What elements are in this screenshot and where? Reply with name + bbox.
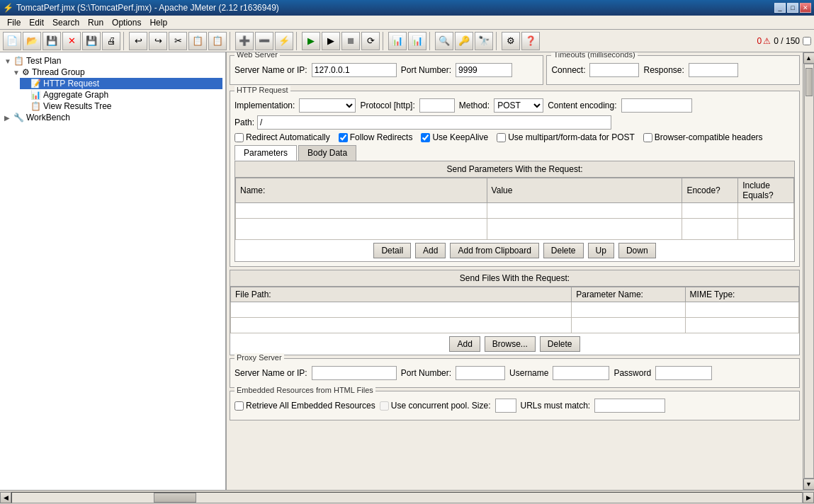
scroll-track[interactable]: [804, 64, 814, 479]
proxy-username-input[interactable]: [553, 366, 609, 380]
bottom-scrollbar[interactable]: ◀ ▶: [0, 490, 814, 504]
add-param-button[interactable]: Add: [415, 243, 446, 258]
concurrent-checkbox[interactable]: [380, 401, 389, 411]
implementation-select[interactable]: HttpClient4: [299, 98, 356, 113]
impl-label: Implementation:: [234, 101, 295, 110]
tree-item-workbench[interactable]: ▶ 🔧 WorkBench: [3, 112, 222, 123]
path-row: Path:: [234, 115, 795, 130]
tb-paste[interactable]: 📋: [208, 32, 227, 50]
tb-stop[interactable]: ⏹: [341, 32, 360, 50]
scroll-right-arrow[interactable]: ▶: [803, 492, 814, 503]
urls-match-input[interactable]: [594, 399, 665, 413]
tree-item-test-plan[interactable]: ▼ 📋 Test Plan: [3, 55, 222, 67]
scroll-down-arrow[interactable]: ▼: [803, 479, 815, 490]
maximize-button[interactable]: □: [787, 3, 798, 13]
tb-cut[interactable]: ✂: [169, 32, 187, 50]
menu-edit[interactable]: Edit: [25, 16, 48, 29]
tb-shutdown[interactable]: ⟳: [361, 32, 380, 50]
method-label: Method:: [459, 101, 490, 110]
tb-key[interactable]: 🔑: [455, 32, 473, 50]
tb-toggle[interactable]: ⚡: [275, 32, 293, 50]
menu-run[interactable]: Run: [84, 16, 108, 29]
tb-browse[interactable]: 🔭: [475, 32, 493, 50]
server-name-input[interactable]: [312, 63, 397, 77]
h-scroll-track[interactable]: [11, 492, 803, 503]
up-button[interactable]: Up: [588, 243, 614, 258]
tree-item-view-results-tree[interactable]: 📋 View Results Tree: [20, 101, 222, 112]
response-input[interactable]: [689, 63, 738, 77]
expander-thread-group[interactable]: ▼: [13, 69, 20, 76]
tb-save[interactable]: 💾: [82, 32, 101, 50]
minimize-button[interactable]: _: [774, 3, 786, 13]
tb-print[interactable]: 🖨: [102, 32, 120, 50]
scroll-up-arrow[interactable]: ▲: [803, 52, 815, 64]
tb-copy[interactable]: 📋: [188, 32, 207, 50]
follow-redirects-checkbox[interactable]: [339, 133, 348, 142]
empty-file-row-1: [231, 302, 799, 318]
tb-settings[interactable]: ⚙: [502, 32, 520, 50]
proxy-server-input[interactable]: [312, 366, 397, 380]
tb-start[interactable]: ▶: [302, 32, 320, 50]
total-checkbox[interactable]: [803, 37, 811, 45]
tree-item-http-request[interactable]: 📝 HTTP Request: [20, 78, 222, 89]
add-file-button[interactable]: Add: [449, 336, 480, 352]
col-param-name: Parameter Name:: [572, 287, 685, 302]
browser-compat-item: Browser-compatible headers: [643, 132, 763, 142]
expander-workbench[interactable]: ▶: [4, 114, 11, 122]
scroll-left-arrow[interactable]: ◀: [0, 492, 11, 503]
tree-item-thread-group[interactable]: ▼ ⚙ Thread Group: [11, 67, 222, 78]
workbench-icon: 🔧: [13, 113, 24, 122]
connect-input[interactable]: [589, 63, 639, 77]
tab-body-data[interactable]: Body Data: [298, 145, 356, 161]
tb-search[interactable]: 🔍: [435, 32, 453, 50]
keepalive-checkbox[interactable]: [421, 133, 430, 142]
close-button[interactable]: ✕: [800, 3, 811, 13]
tb-redo[interactable]: ↪: [149, 32, 167, 50]
detail-button[interactable]: Detail: [373, 243, 411, 258]
tb-new[interactable]: 📄: [3, 32, 21, 50]
connect-label: Connect:: [551, 65, 585, 75]
port-input[interactable]: [456, 63, 512, 77]
tb-collapse[interactable]: ➖: [255, 32, 273, 50]
path-input[interactable]: [257, 115, 611, 130]
path-label: Path:: [234, 118, 254, 127]
col-filepath: File Path:: [231, 287, 572, 302]
tree-item-aggregate-graph[interactable]: 📊 Aggregate Graph: [20, 89, 222, 101]
add-clipboard-button[interactable]: Add from Clipboard: [450, 243, 538, 258]
tb-clear[interactable]: 📊: [388, 32, 407, 50]
retrieve-checkbox[interactable]: [234, 401, 244, 411]
tb-clear-all[interactable]: 📊: [408, 32, 426, 50]
tb-help[interactable]: ❓: [521, 32, 540, 50]
browse-button[interactable]: Browse...: [485, 336, 536, 352]
h-scroll-thumb[interactable]: [154, 493, 196, 503]
tb-start-no-pause[interactable]: ▶: [322, 32, 340, 50]
protocol-input[interactable]: [419, 98, 455, 113]
concurrent-size-input[interactable]: [495, 399, 516, 413]
delete-file-button[interactable]: Delete: [540, 336, 580, 352]
menu-search[interactable]: Search: [48, 16, 84, 29]
scroll-thumb[interactable]: [805, 68, 813, 96]
vertical-scrollbar[interactable]: ▲ ▼: [803, 52, 814, 490]
menu-help[interactable]: Help: [145, 16, 171, 29]
expander-test-plan[interactable]: ▼: [4, 57, 11, 65]
proxy-password-input[interactable]: [655, 366, 712, 380]
window-controls[interactable]: _ □ ✕: [774, 3, 811, 13]
down-button[interactable]: Down: [618, 243, 656, 258]
proxy-port-input[interactable]: [456, 366, 505, 380]
tb-expand[interactable]: ➕: [235, 32, 254, 50]
tab-parameters[interactable]: Parameters: [234, 145, 297, 161]
menu-file[interactable]: File: [3, 16, 25, 29]
delete-param-button[interactable]: Delete: [543, 243, 584, 258]
tb-undo[interactable]: ↩: [129, 32, 147, 50]
empty-encode-cell: [682, 203, 738, 219]
menu-options[interactable]: Options: [108, 16, 145, 29]
content-encoding-input[interactable]: [621, 98, 692, 113]
redirect-auto-checkbox[interactable]: [234, 133, 244, 142]
tb-open[interactable]: 📂: [23, 32, 41, 50]
browser-compat-checkbox[interactable]: [643, 133, 652, 142]
method-select[interactable]: POST GET PUT DELETE: [494, 98, 543, 113]
timeouts-title: Timeouts (milliseconds): [551, 52, 637, 59]
multipart-checkbox[interactable]: [497, 133, 506, 142]
tb-save-template[interactable]: 💾: [43, 32, 61, 50]
tb-close[interactable]: ✕: [62, 32, 81, 50]
